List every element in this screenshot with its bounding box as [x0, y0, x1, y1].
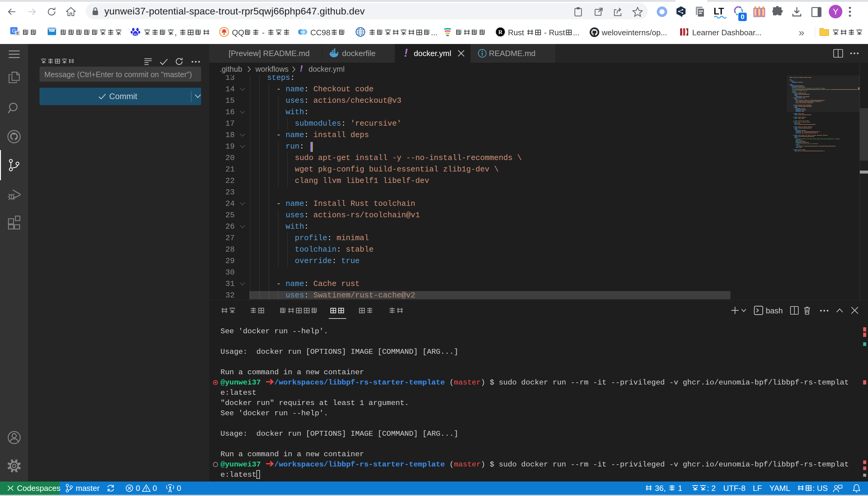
svg-text:R: R [498, 29, 503, 35]
svg-text:du: du [134, 33, 137, 36]
svg-text:98: 98 [300, 30, 304, 34]
